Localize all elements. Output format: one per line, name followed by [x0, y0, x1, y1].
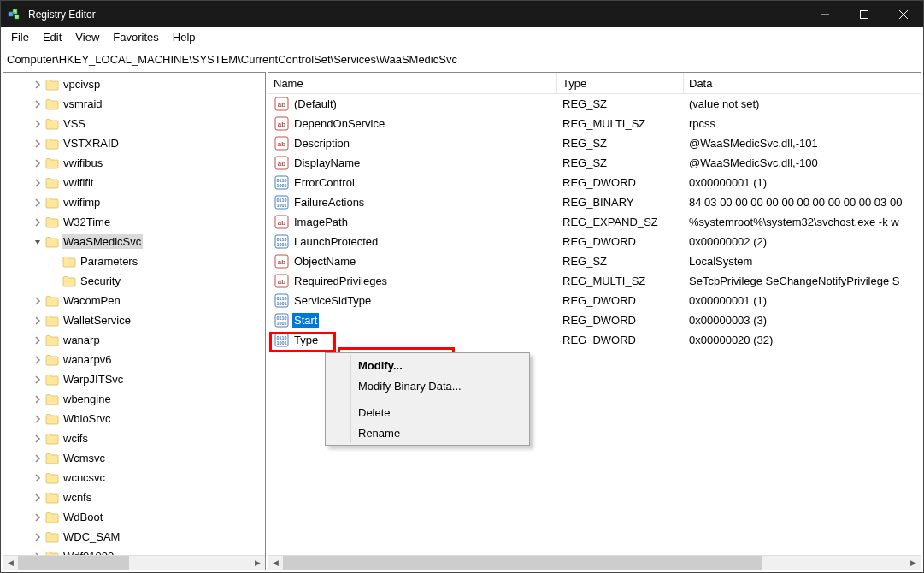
tree-horizontal-scrollbar[interactable]: ◀ ▶	[3, 555, 265, 570]
expand-icon[interactable]	[31, 235, 44, 249]
tree-item-label: wcncsvc	[62, 470, 107, 485]
value-row[interactable]: 01101001TypeREG_DWORD0x00000020 (32)	[268, 330, 921, 350]
maximize-button[interactable]	[845, 1, 884, 27]
value-row[interactable]: abDisplayNameREG_SZ@WaaSMedicSvc.dll,-10…	[268, 153, 921, 173]
tree-item[interactable]: wcifs	[3, 428, 265, 448]
titlebar[interactable]: Registry Editor	[1, 1, 923, 27]
expand-icon[interactable]	[31, 432, 44, 446]
menu-help[interactable]: Help	[166, 29, 203, 45]
expand-icon[interactable]	[31, 97, 44, 111]
expand-icon[interactable]	[31, 471, 44, 485]
tree-item[interactable]: wbengine	[3, 389, 265, 409]
expand-icon[interactable]	[31, 393, 44, 406]
expand-icon[interactable]	[31, 550, 44, 556]
expand-icon[interactable]	[31, 196, 44, 210]
value-row[interactable]: 01101001StartREG_DWORD0x00000003 (3)	[268, 310, 921, 330]
menu-favorites[interactable]: Favorites	[106, 29, 165, 45]
expand-icon[interactable]	[31, 216, 44, 229]
column-data[interactable]: Data	[684, 73, 921, 93]
tree-item[interactable]: WdBoot	[3, 507, 265, 527]
tree-item[interactable]: WDC_SAM	[3, 527, 265, 546]
tree-item[interactable]: WacomPen	[3, 291, 265, 310]
expand-icon[interactable]	[31, 137, 44, 151]
expand-icon[interactable]	[31, 353, 44, 367]
column-name[interactable]: Name	[268, 73, 557, 93]
value-row[interactable]: 01101001ServiceSidTypeREG_DWORD0x0000000…	[268, 291, 921, 310]
tree-item[interactable]: Parameters	[3, 251, 265, 271]
minimize-button[interactable]	[805, 1, 845, 27]
value-row[interactable]: abImagePathREG_EXPAND_SZ%systemroot%\sys…	[268, 212, 921, 232]
tree-item[interactable]: W32Time	[3, 212, 265, 232]
scroll-right-icon[interactable]: ▶	[906, 556, 921, 570]
value-row[interactable]: abRequiredPrivilegesREG_MULTI_SZSeTcbPri…	[268, 271, 921, 291]
scroll-right-icon[interactable]: ▶	[250, 556, 265, 570]
tree-item[interactable]: vwifimp	[3, 192, 265, 212]
expand-icon[interactable]	[31, 412, 44, 426]
menu-view[interactable]: View	[68, 29, 106, 45]
folder-icon	[44, 313, 60, 328]
expand-icon[interactable]	[31, 294, 44, 308]
expand-icon[interactable]	[48, 255, 62, 269]
tree-item[interactable]: VSS	[3, 114, 265, 133]
tree-item[interactable]: wanarpv6	[3, 350, 265, 369]
context-menu-rename[interactable]: Rename	[327, 422, 527, 443]
folder-icon	[44, 372, 60, 387]
key-tree[interactable]: vpcivspvsmraidVSSVSTXRAIDvwifibusvwififl…	[3, 73, 265, 555]
address-bar[interactable]: Computer\HKEY_LOCAL_MACHINE\SYSTEM\Curre…	[3, 50, 921, 68]
value-data: (value not set)	[684, 97, 921, 110]
tree-item[interactable]: Wcmsvc	[3, 448, 265, 468]
value-row[interactable]: 01101001ErrorControlREG_DWORD0x00000001 …	[268, 173, 921, 192]
tree-item[interactable]: WaaSMedicSvc	[3, 232, 265, 251]
tree-item[interactable]: Security	[3, 271, 265, 291]
folder-icon	[44, 116, 60, 132]
context-menu-modify-binary[interactable]: Modify Binary Data...	[327, 375, 527, 396]
close-button[interactable]	[884, 1, 923, 27]
list-horizontal-scrollbar[interactable]: ◀ ▶	[268, 555, 921, 570]
tree-item[interactable]: WalletService	[3, 310, 265, 330]
expand-icon[interactable]	[31, 176, 44, 190]
menu-edit[interactable]: Edit	[36, 29, 68, 45]
tree-item[interactable]: wcnfs	[3, 487, 265, 507]
svg-text:1001: 1001	[276, 340, 286, 346]
tree-item[interactable]: vwififlt	[3, 173, 265, 192]
expand-icon[interactable]	[31, 511, 44, 524]
tree-item-label: Wdf01000	[62, 549, 115, 555]
menu-file[interactable]: File	[4, 29, 36, 45]
expand-icon[interactable]	[31, 530, 44, 544]
tree-item[interactable]: VSTXRAID	[3, 133, 265, 153]
value-row[interactable]: abObjectNameREG_SZLocalSystem	[268, 251, 921, 271]
expand-icon[interactable]	[31, 491, 44, 505]
context-menu-delete[interactable]: Delete	[327, 402, 527, 422]
tree-item[interactable]: wcncsvc	[3, 468, 265, 487]
scroll-left-icon[interactable]: ◀	[268, 556, 283, 570]
tree-item[interactable]: vpcivsp	[3, 74, 265, 94]
value-row[interactable]: 01101001FailureActionsREG_BINARY84 03 00…	[268, 192, 921, 212]
value-name: ObjectName	[292, 254, 357, 269]
expand-icon[interactable]	[31, 117, 44, 131]
tree-item[interactable]: vsmraid	[3, 94, 265, 114]
tree-item[interactable]: wanarp	[3, 330, 265, 350]
value-row[interactable]: abDependOnServiceREG_MULTI_SZrpcss	[268, 114, 921, 133]
tree-item-label: wanarpv6	[62, 352, 113, 367]
values-list[interactable]: ab(Default)REG_SZ(value not set)abDepend…	[268, 94, 921, 555]
scroll-left-icon[interactable]: ◀	[3, 556, 18, 570]
expand-icon[interactable]	[31, 452, 44, 465]
list-header: Name Type Data	[268, 73, 921, 94]
value-type: REG_MULTI_SZ	[557, 117, 684, 130]
tree-item-label: wcifs	[62, 431, 90, 446]
expand-icon[interactable]	[31, 78, 44, 92]
tree-item[interactable]: WarpJITSvc	[3, 369, 265, 389]
tree-item[interactable]: Wdf01000	[3, 546, 265, 555]
context-menu-modify[interactable]: Modify...	[327, 355, 527, 375]
value-row[interactable]: ab(Default)REG_SZ(value not set)	[268, 94, 921, 114]
value-row[interactable]: 01101001LaunchProtectedREG_DWORD0x000000…	[268, 232, 921, 251]
value-row[interactable]: abDescriptionREG_SZ@WaaSMedicSvc.dll,-10…	[268, 133, 921, 153]
expand-icon[interactable]	[48, 275, 62, 288]
column-type[interactable]: Type	[557, 73, 684, 93]
expand-icon[interactable]	[31, 373, 44, 387]
expand-icon[interactable]	[31, 334, 44, 347]
expand-icon[interactable]	[31, 157, 44, 170]
tree-item[interactable]: vwifibus	[3, 153, 265, 173]
expand-icon[interactable]	[31, 314, 44, 328]
tree-item[interactable]: WbioSrvc	[3, 409, 265, 428]
